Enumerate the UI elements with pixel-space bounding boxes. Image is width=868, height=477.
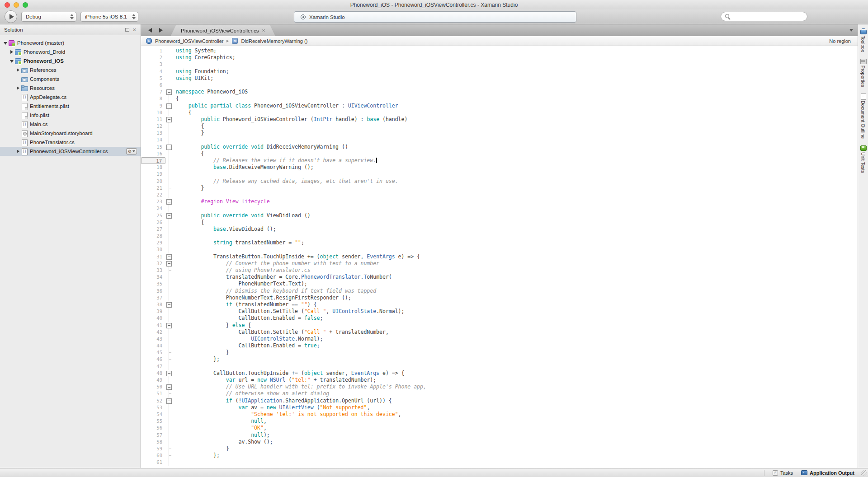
tree-item-entitlements-plist[interactable]: Entitlements.plist [0, 102, 141, 111]
line-number[interactable]: 36 [141, 288, 165, 295]
line-number[interactable]: 11 [141, 116, 165, 123]
code-line[interactable]: 34 translatedNumber = Core.PhonewordTran… [141, 274, 858, 281]
dock-tab-toolbox[interactable]: Toolbox [860, 28, 866, 52]
fold-collapse-icon[interactable] [165, 89, 172, 95]
code-line[interactable]: 30 [141, 246, 858, 253]
line-number[interactable]: 28 [141, 233, 165, 239]
line-number[interactable]: 17 [141, 157, 165, 164]
code-line[interactable]: 45 } [141, 349, 858, 356]
line-number[interactable]: 31 [141, 253, 165, 260]
code-line[interactable]: 47 [141, 363, 858, 370]
line-number[interactable]: 60 [141, 452, 165, 459]
code-line[interactable]: 39 CallButton.SetTitle ("Call ", UIContr… [141, 308, 858, 315]
expander-closed-icon[interactable] [15, 149, 21, 154]
fold-collapse-icon[interactable] [165, 198, 172, 205]
fold-collapse-icon[interactable] [165, 383, 172, 390]
expander-open-icon[interactable] [9, 58, 14, 64]
application-output-pad-button[interactable]: ›_ Application Output [801, 470, 854, 476]
run-button[interactable] [5, 10, 17, 23]
code-line[interactable]: 18 base.DidReceiveMemoryWarning (); [141, 164, 858, 171]
tree-item-info-plist[interactable]: Info.plist [0, 111, 141, 120]
line-number[interactable]: 10 [141, 109, 165, 116]
device-select[interactable]: iPhone 5s iOS 8.1 [80, 12, 138, 22]
line-number[interactable]: 23 [141, 198, 165, 205]
build-configuration-select[interactable]: Debug [21, 12, 76, 22]
line-number[interactable]: 1 [141, 47, 165, 54]
code-line[interactable]: 19 [141, 171, 858, 178]
code-line[interactable]: 9 public partial class Phoneword_iOSView… [141, 103, 858, 109]
code-line[interactable]: 5using UIKit; [141, 75, 858, 82]
code-line[interactable]: 32 // Convert the phone number with text… [141, 260, 858, 267]
expander-open-icon[interactable] [3, 40, 8, 46]
line-number[interactable]: 33 [141, 267, 165, 274]
line-number[interactable]: 12 [141, 123, 165, 130]
line-number[interactable]: 58 [141, 439, 165, 445]
code-line[interactable]: 13 } [141, 130, 858, 136]
line-number[interactable]: 42 [141, 329, 165, 336]
code-line[interactable]: 26 { [141, 219, 858, 226]
navigate-back-icon[interactable] [148, 28, 152, 33]
code-line[interactable]: 57 null); [141, 432, 858, 439]
line-number[interactable]: 9 [141, 103, 165, 109]
code-line[interactable]: 22 [141, 192, 858, 198]
line-number[interactable]: 50 [141, 383, 165, 390]
line-number[interactable]: 6 [141, 82, 165, 89]
tree-item-resources[interactable]: Resources [0, 84, 141, 93]
code-line[interactable]: 42 CallButton.SetTitle ("Call " + transl… [141, 329, 858, 336]
line-number[interactable]: 47 [141, 363, 165, 370]
line-number[interactable]: 45 [141, 349, 165, 356]
line-number[interactable]: 21 [141, 185, 165, 192]
search-field[interactable] [721, 12, 807, 21]
code-line[interactable]: 29 string translatedNumber = ""; [141, 239, 858, 246]
line-number[interactable]: 52 [141, 398, 165, 404]
fold-collapse-icon[interactable] [165, 398, 172, 404]
line-number[interactable]: 32 [141, 260, 165, 267]
code-line[interactable]: 33 // using PhoneTranslator.cs [141, 267, 858, 274]
breadcrumb-class[interactable]: Phoneword_iOSViewController [155, 38, 223, 44]
fold-collapse-icon[interactable] [165, 212, 172, 219]
code-line[interactable]: 36 // Dismiss the keyboard if text field… [141, 288, 858, 295]
code-line[interactable]: 61 [141, 459, 858, 466]
tree-item-references[interactable]: References [0, 65, 141, 75]
code-line[interactable]: 44 CallButton.Enabled = true; [141, 342, 858, 349]
code-line[interactable]: 41 } else { [141, 322, 858, 329]
line-number[interactable]: 59 [141, 445, 165, 452]
tree-item-phoneword-droid[interactable]: Phoneword_Droid [0, 47, 141, 56]
code-line[interactable]: 10 { [141, 109, 858, 116]
close-window-icon[interactable] [5, 2, 10, 8]
close-pad-icon[interactable]: ✕ [132, 28, 137, 32]
code-line[interactable]: 38 if (translatedNumber == "") { [141, 301, 858, 308]
code-line[interactable]: 16 { [141, 150, 858, 157]
item-options-gear-button[interactable]: ⚙ [126, 148, 137, 154]
line-number[interactable]: 24 [141, 205, 165, 212]
breadcrumb-method[interactable]: DidReceiveMemoryWarning () [241, 38, 307, 44]
line-number[interactable]: 53 [141, 404, 165, 411]
line-number[interactable]: 27 [141, 226, 165, 233]
fold-collapse-icon[interactable] [165, 322, 172, 329]
line-number[interactable]: 8 [141, 95, 165, 102]
code-line[interactable]: 12 { [141, 123, 858, 130]
code-line[interactable]: 50 // Use URL handler with tel: prefix t… [141, 383, 858, 390]
line-number[interactable]: 46 [141, 356, 165, 363]
code-line[interactable]: 14 [141, 136, 858, 143]
line-number[interactable]: 3 [141, 61, 165, 68]
line-number[interactable]: 61 [141, 459, 165, 466]
tree-item-appdelegate-cs[interactable]: AppDelegate.cs [0, 93, 141, 102]
code-line[interactable]: 59 } [141, 445, 858, 452]
line-number[interactable]: 29 [141, 239, 165, 246]
line-number[interactable]: 30 [141, 246, 165, 253]
line-number[interactable]: 35 [141, 281, 165, 287]
fold-collapse-icon[interactable] [165, 253, 172, 260]
line-number[interactable]: 13 [141, 130, 165, 136]
minimize-window-icon[interactable] [14, 2, 19, 8]
tree-item-components[interactable]: Components [0, 75, 141, 84]
code-line[interactable]: 31 TranslateButton.TouchUpInside += (obj… [141, 253, 858, 260]
tree-item-phoneword-iosviewcontroller-cs[interactable]: Phoneword_iOSViewController.cs⚙ [0, 147, 141, 156]
line-number[interactable]: 15 [141, 144, 165, 150]
line-number[interactable]: 16 [141, 150, 165, 157]
code-line[interactable]: 58 av.Show (); [141, 439, 858, 445]
navigate-forward-icon[interactable] [159, 28, 163, 33]
code-line[interactable]: 7namespace Phoneword_iOS [141, 89, 858, 95]
line-number[interactable]: 7 [141, 89, 165, 95]
line-number[interactable]: 55 [141, 418, 165, 425]
